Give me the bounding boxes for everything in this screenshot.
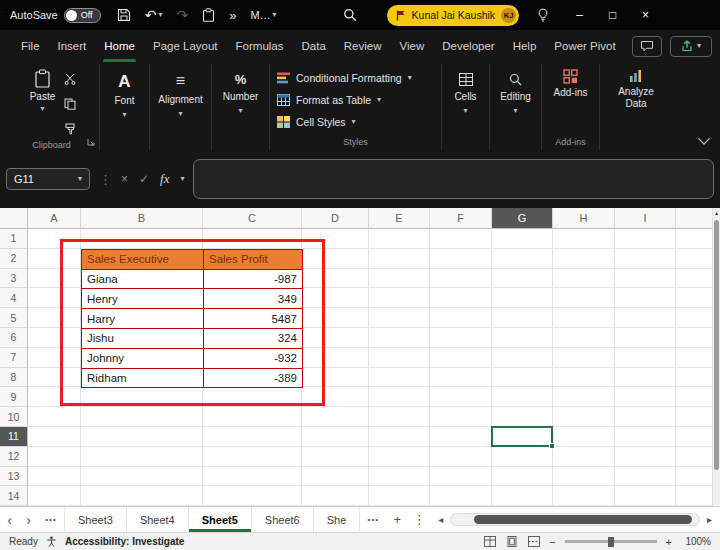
- cell-G2[interactable]: [492, 249, 553, 269]
- comments-button[interactable]: [632, 36, 662, 57]
- cell-D9[interactable]: [302, 387, 369, 407]
- autosave-toggle[interactable]: Off: [64, 8, 101, 23]
- sheet-tab-she[interactable]: She: [314, 507, 361, 532]
- row-header-6[interactable]: 6: [0, 328, 28, 348]
- cell-G9[interactable]: [492, 387, 553, 407]
- lightbulb-button[interactable]: [537, 8, 549, 22]
- editing-button[interactable]: Editing ▾: [493, 64, 538, 115]
- cell-D6[interactable]: [302, 328, 369, 348]
- cell-B9[interactable]: [81, 387, 203, 407]
- addins-button[interactable]: Add-ins: [548, 64, 594, 133]
- enter-button[interactable]: ✓: [139, 172, 149, 186]
- undo-button[interactable]: ↶▾: [145, 8, 163, 22]
- row-header-9[interactable]: 9: [0, 387, 28, 407]
- table-cell-profit-row8[interactable]: -389: [204, 369, 303, 389]
- cell-C13[interactable]: [203, 467, 302, 487]
- save-button[interactable]: [117, 8, 131, 22]
- cell-E9[interactable]: [369, 387, 430, 407]
- cell-G1[interactable]: [492, 229, 553, 249]
- zoom-in-button[interactable]: +: [666, 536, 672, 548]
- cell-G3[interactable]: [492, 269, 553, 289]
- cell-E14[interactable]: [369, 486, 430, 506]
- cell-A14[interactable]: [28, 486, 81, 506]
- cell-G6[interactable]: [492, 328, 553, 348]
- cell-I5[interactable]: [615, 308, 676, 328]
- more-sheets-left-button[interactable]: •••: [38, 507, 64, 532]
- column-header-A[interactable]: A: [28, 208, 81, 229]
- menu-tab-insert[interactable]: Insert: [49, 30, 96, 62]
- copy-button[interactable]: [64, 96, 76, 114]
- cell-H11[interactable]: [553, 427, 615, 447]
- table-cell-profit-row7[interactable]: -932: [204, 349, 303, 369]
- cell-A3[interactable]: [28, 269, 81, 289]
- table-cell-name-row6[interactable]: Jishu: [82, 329, 204, 349]
- cell-H7[interactable]: [553, 348, 615, 368]
- column-header-F[interactable]: F: [430, 208, 492, 229]
- cell-F10[interactable]: [430, 407, 492, 427]
- cell-A9[interactable]: [28, 387, 81, 407]
- cell-E2[interactable]: [369, 249, 430, 269]
- cell-H5[interactable]: [553, 308, 615, 328]
- cell-F3[interactable]: [430, 269, 492, 289]
- column-header-G[interactable]: G: [492, 208, 553, 229]
- menu-tab-review[interactable]: Review: [335, 30, 391, 62]
- cell-D8[interactable]: [302, 368, 369, 388]
- vertical-scrollbar[interactable]: ▴: [712, 208, 720, 506]
- row-header-1[interactable]: 1: [0, 229, 28, 249]
- menu-tab-developer[interactable]: Developer: [433, 30, 503, 62]
- vertical-scroll-thumb[interactable]: [714, 220, 719, 470]
- cell-D4[interactable]: [302, 288, 369, 308]
- sheet-tab-sheet6[interactable]: Sheet6: [252, 507, 314, 532]
- toolbar-overflow-button[interactable]: »: [229, 9, 236, 22]
- cell-A10[interactable]: [28, 407, 81, 427]
- cell-I11[interactable]: [615, 427, 676, 447]
- cell-B11[interactable]: [81, 427, 203, 447]
- autosave-control[interactable]: AutoSave Off: [10, 8, 101, 23]
- cell-C12[interactable]: [203, 447, 302, 467]
- cell-F2[interactable]: [430, 249, 492, 269]
- cell-H13[interactable]: [553, 467, 615, 487]
- cell-G4[interactable]: [492, 288, 553, 308]
- cell-D14[interactable]: [302, 486, 369, 506]
- close-button[interactable]: ×: [629, 0, 662, 30]
- cell-A12[interactable]: [28, 447, 81, 467]
- column-header-E[interactable]: E: [369, 208, 430, 229]
- cell-B14[interactable]: [81, 486, 203, 506]
- page-layout-view-button[interactable]: [505, 536, 518, 548]
- cell-E13[interactable]: [369, 467, 430, 487]
- menu-tab-data[interactable]: Data: [293, 30, 335, 62]
- cell-E3[interactable]: [369, 269, 430, 289]
- cell-F5[interactable]: [430, 308, 492, 328]
- cell-F14[interactable]: [430, 486, 492, 506]
- row-header-2[interactable]: 2: [0, 249, 28, 269]
- cell-D11[interactable]: [302, 427, 369, 447]
- menu-tab-formulas[interactable]: Formulas: [227, 30, 293, 62]
- cell-styles-button[interactable]: Cell Styles ▾: [273, 111, 438, 133]
- zoom-slider-thumb[interactable]: [608, 537, 614, 547]
- row-header-12[interactable]: 12: [0, 447, 28, 467]
- cell-A4[interactable]: [28, 288, 81, 308]
- menu-tab-home[interactable]: Home: [95, 30, 144, 62]
- number-button[interactable]: % Number ▾: [215, 64, 266, 115]
- cell-D7[interactable]: [302, 348, 369, 368]
- table-cell-profit-row6[interactable]: 324: [204, 329, 303, 349]
- menu-tab-page-layout[interactable]: Page Layout: [144, 30, 227, 62]
- cell-F11[interactable]: [430, 427, 492, 447]
- cell-H10[interactable]: [553, 407, 615, 427]
- cell-C11[interactable]: [203, 427, 302, 447]
- row-header-14[interactable]: 14: [0, 486, 28, 506]
- cell-B13[interactable]: [81, 467, 203, 487]
- cell-E8[interactable]: [369, 368, 430, 388]
- cell-G8[interactable]: [492, 368, 553, 388]
- cell-G7[interactable]: [492, 348, 553, 368]
- fill-handle[interactable]: [549, 443, 555, 449]
- customize-toolbar-button[interactable]: M…▾: [250, 10, 276, 21]
- more-sheets-right-button[interactable]: •••: [360, 507, 386, 532]
- table-cell-name-row7[interactable]: Johnny: [82, 349, 204, 369]
- cell-F4[interactable]: [430, 288, 492, 308]
- cell-I6[interactable]: [615, 328, 676, 348]
- scroll-up-button[interactable]: ▴: [713, 209, 720, 217]
- menu-tab-help[interactable]: Help: [504, 30, 546, 62]
- format-painter-button[interactable]: [64, 121, 76, 139]
- table-cell-profit-row5[interactable]: 5487: [204, 309, 303, 329]
